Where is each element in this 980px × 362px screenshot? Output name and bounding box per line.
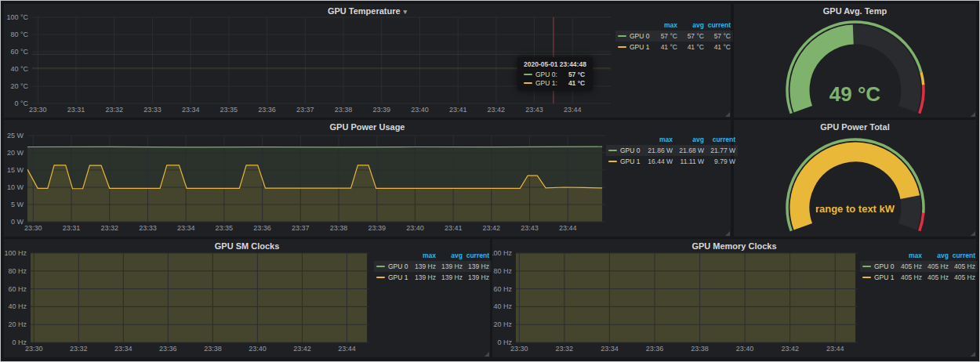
svg-text:60 °C: 60 °C — [10, 48, 28, 56]
legend-value: 405 Hz — [922, 262, 949, 272]
legend-series-name[interactable]: GPU 1 — [618, 42, 651, 52]
svg-text:23:36: 23:36 — [253, 224, 271, 232]
svg-text:15 W: 15 W — [7, 166, 24, 174]
svg-text:23:33: 23:33 — [143, 106, 162, 114]
panel-gpu-power-usage: GPU Power Usage 0 W5 W10 W15 W20 W25 W23… — [4, 120, 731, 237]
gauge-value-text: 49 °C — [734, 82, 976, 107]
series-swatch — [862, 266, 871, 267]
panel-resize-handle[interactable] — [971, 112, 975, 117]
legend-series-name[interactable]: GPU 0 — [618, 31, 651, 42]
series-swatch — [618, 35, 626, 37]
legend-value: 405 Hz — [922, 273, 949, 283]
panel-title-gpu-power-total[interactable]: GPU Power Total — [734, 120, 976, 133]
legend-value: 139 Hz — [409, 273, 436, 283]
legend-header-avg[interactable]: avg — [922, 251, 949, 261]
legend-header-max[interactable]: max — [641, 135, 673, 145]
panel-title-text: GPU Memory Clocks — [691, 241, 776, 251]
svg-text:23:30: 23:30 — [510, 345, 528, 353]
legend-series-name[interactable]: GPU 1 — [862, 273, 895, 283]
tooltip-series-name: GPU 1: — [535, 79, 557, 87]
svg-text:23:38: 23:38 — [330, 224, 348, 232]
svg-text:23:39: 23:39 — [368, 224, 386, 232]
svg-text:60 Hz: 60 Hz — [493, 285, 512, 293]
panel-resize-handle[interactable] — [725, 112, 730, 117]
svg-text:23:34: 23:34 — [601, 345, 619, 353]
legend-row: GPU 021.86 W21.68 W21.77 W — [606, 145, 738, 156]
legend-header-current[interactable]: current — [704, 20, 731, 31]
series-swatch — [862, 277, 871, 278]
svg-text:23:35: 23:35 — [220, 106, 238, 114]
legend-header-avg[interactable]: avg — [673, 135, 704, 145]
gpu-temperature-legend: maxavgcurrentGPU 057 °C57 °C57 °CGPU 141… — [615, 20, 733, 52]
panel-title-gpu-power-usage[interactable]: GPU Power Usage — [4, 120, 731, 133]
legend-header-current[interactable]: current — [949, 251, 975, 261]
series-swatch — [608, 161, 617, 162]
svg-text:23:36: 23:36 — [159, 345, 177, 353]
svg-text:23:32: 23:32 — [100, 224, 118, 232]
svg-text:23:42: 23:42 — [293, 345, 311, 353]
legend-header-current[interactable]: current — [704, 135, 735, 145]
legend-series-name[interactable]: GPU 0 — [376, 262, 409, 272]
panel-title-gpu-temperature[interactable]: GPU Temperature▾ — [4, 4, 731, 17]
panel-title-text: GPU Power Total — [820, 122, 889, 132]
panel-title-gpu-avg-temp[interactable]: GPU Avg. Temp — [734, 4, 976, 17]
legend-header-current[interactable]: current — [463, 251, 489, 261]
panel-gpu-sm-clocks: GPU SM Clocks 0 Hz20 Hz40 Hz60 Hz80 Hz10… — [4, 239, 490, 357]
panel-resize-handle[interactable] — [971, 231, 975, 236]
legend-header-row: maxavgcurrent — [860, 250, 978, 261]
legend-value: 11.11 W — [673, 157, 704, 167]
svg-text:60 Hz: 60 Hz — [8, 285, 27, 293]
legend-value: 41 °C — [651, 42, 677, 52]
panel-resize-handle[interactable] — [485, 352, 489, 357]
svg-text:23:43: 23:43 — [521, 224, 539, 232]
svg-text:40 Hz: 40 Hz — [8, 302, 27, 310]
legend-series-name[interactable]: GPU 1 — [608, 157, 641, 167]
panel-gpu-memory-clocks: GPU Memory Clocks 0 Hz20 Hz40 Hz60 Hz80 … — [492, 239, 976, 357]
legend-header-max[interactable]: max — [651, 20, 677, 31]
svg-text:23:37: 23:37 — [292, 224, 310, 232]
svg-text:23:34: 23:34 — [177, 224, 195, 232]
chevron-down-icon: ▾ — [404, 8, 408, 16]
legend-header-avg[interactable]: avg — [436, 251, 463, 261]
svg-text:23:39: 23:39 — [372, 106, 390, 114]
legend-series-name[interactable]: GPU 0 — [608, 146, 641, 156]
legend-value: 21.86 W — [641, 146, 673, 156]
gpu-memory-clocks-chart[interactable]: 0 Hz20 Hz40 Hz60 Hz80 Hz100 Hz23:3023:32… — [492, 250, 862, 357]
legend-row: GPU 1405 Hz405 Hz405 Hz — [860, 272, 978, 283]
legend-series-name[interactable]: GPU 0 — [862, 262, 895, 272]
legend-header-avg[interactable]: avg — [677, 20, 704, 31]
gpu-memory-clocks-legend: maxavgcurrentGPU 0405 Hz405 Hz405 HzGPU … — [860, 250, 978, 283]
svg-text:23:36: 23:36 — [646, 345, 664, 353]
gpu-sm-clocks-legend: maxavgcurrentGPU 0139 Hz139 Hz139 HzGPU … — [374, 250, 492, 283]
legend-value: 405 Hz — [949, 273, 975, 283]
gpu-power-usage-chart[interactable]: 0 W5 W10 W15 W20 W25 W23:3023:3123:3223:… — [4, 131, 614, 236]
panel-title-text: GPU Power Usage — [330, 122, 405, 132]
panel-title-text: GPU Temperature — [328, 6, 401, 16]
panel-resize-handle[interactable] — [971, 352, 975, 357]
legend-series-name[interactable]: GPU 1 — [376, 273, 409, 283]
legend-row: GPU 116.44 W11.11 W9.79 W — [606, 156, 738, 167]
svg-text:23:37: 23:37 — [296, 106, 314, 114]
legend-value: 41 °C — [704, 42, 731, 52]
svg-text:23:32: 23:32 — [70, 345, 88, 353]
legend-header-max[interactable]: max — [895, 251, 922, 261]
gpu-sm-clocks-chart[interactable]: 0 Hz20 Hz40 Hz60 Hz80 Hz100 Hz23:3023:32… — [4, 250, 376, 357]
legend-value: 405 Hz — [949, 262, 975, 272]
svg-text:80 °C: 80 °C — [10, 31, 28, 38]
svg-text:23:36: 23:36 — [258, 106, 276, 114]
legend-row: GPU 0405 Hz405 Hz405 Hz — [860, 261, 978, 272]
legend-value: 21.77 W — [704, 146, 735, 156]
svg-text:10 W: 10 W — [7, 183, 24, 191]
panel-resize-handle[interactable] — [725, 231, 730, 236]
series-swatch — [524, 82, 532, 84]
series-swatch — [376, 266, 385, 267]
svg-text:23:38: 23:38 — [335, 106, 353, 114]
legend-value: 139 Hz — [409, 262, 436, 272]
svg-text:23:41: 23:41 — [445, 224, 463, 232]
legend-header-max[interactable]: max — [409, 251, 436, 261]
svg-text:20 Hz: 20 Hz — [8, 320, 27, 328]
svg-text:23:31: 23:31 — [63, 224, 81, 232]
panel-title-text: GPU Avg. Temp — [823, 6, 887, 16]
series-swatch — [376, 277, 385, 278]
legend-value: 139 Hz — [463, 273, 489, 283]
